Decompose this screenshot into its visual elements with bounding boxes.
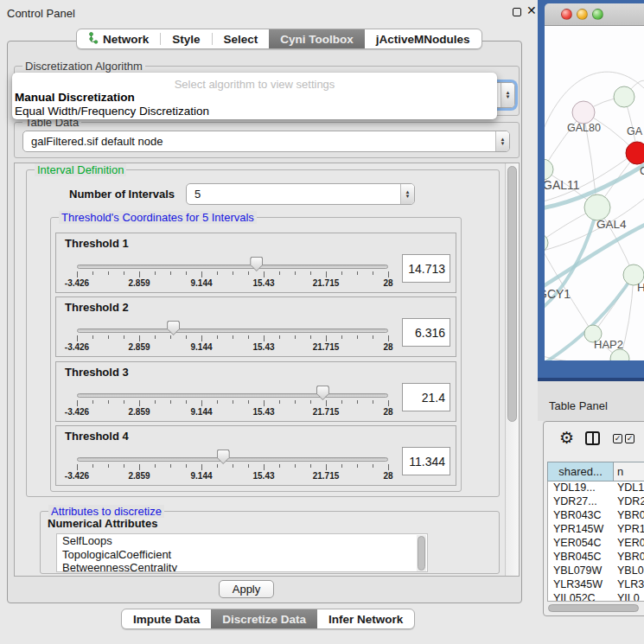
slider-ticks <box>77 271 388 278</box>
table-cell: YBR045C <box>548 551 614 564</box>
table-row[interactable]: YBR045CYBR0 <box>548 551 644 564</box>
column-header[interactable]: n <box>613 462 644 481</box>
checkbox-icon[interactable]: ✓ <box>613 434 622 443</box>
node-label: C <box>640 164 644 177</box>
attribute-list-item[interactable]: BetweennessCentrality <box>57 561 427 572</box>
num-intervals-combo[interactable]: 5 ▲▼ <box>186 183 415 205</box>
tick-label: -3.426 <box>65 342 89 352</box>
combo-stepper-icon[interactable]: ▲▼ <box>495 131 509 151</box>
tab-style[interactable]: Style <box>161 29 211 48</box>
tab-impute-data[interactable]: Impute Data <box>122 609 211 628</box>
numerical-attributes-label: Numerical Attributes <box>48 517 157 530</box>
tick-label: 15.43 <box>252 407 274 417</box>
threshold-label: Threshold 1 <box>65 237 129 250</box>
slider-ticks <box>77 335 388 342</box>
combo-stepper-icon[interactable]: ▲▼ <box>400 184 414 204</box>
node-label: GAL80 <box>567 122 601 134</box>
tab-discretize-data[interactable]: Discretize Data <box>211 609 317 628</box>
table-row[interactable]: YIL052CYIL0 <box>548 592 644 602</box>
network-node[interactable] <box>626 142 644 164</box>
slider-thumb[interactable] <box>167 321 180 335</box>
threshold-1-box: Threshold 1-3.4262.8599.14415.4321.71528 <box>55 233 456 293</box>
table-cell: YBR043C <box>548 509 614 523</box>
slider-track[interactable] <box>77 457 388 462</box>
tab-label: Infer Network <box>328 613 403 626</box>
table-row[interactable]: YBR043CYBR0 <box>548 509 644 523</box>
columns-icon[interactable] <box>585 431 600 445</box>
table-cell: YBL0 <box>614 564 644 578</box>
tab-label: jActiveMNodules <box>376 33 470 46</box>
network-node[interactable] <box>545 159 553 180</box>
column-header[interactable]: shared... <box>547 462 613 481</box>
popup-hint: Select algorithm to view settings <box>12 78 497 91</box>
table-data-combo[interactable]: galFiltered.sif default node ▲▼ <box>22 131 510 152</box>
threshold-label: Threshold 3 <box>65 366 129 379</box>
network-window-titlebar[interactable] <box>545 3 644 26</box>
table-cell: YPR145W <box>548 523 614 537</box>
network-node[interactable] <box>572 101 595 124</box>
close-traffic-light-icon[interactable] <box>561 9 572 20</box>
slider-thumb[interactable] <box>316 386 329 400</box>
threshold-value-field[interactable] <box>402 383 450 411</box>
tab-infer-network[interactable]: Infer Network <box>317 609 414 628</box>
slider-thumb[interactable] <box>217 450 230 464</box>
tick-label: 15.43 <box>252 342 274 352</box>
minimize-traffic-light-icon[interactable] <box>577 9 588 20</box>
table-row[interactable]: YBL079WYBL0 <box>548 564 644 578</box>
vertical-scrollbar-thumb[interactable] <box>507 166 517 422</box>
slider-track[interactable] <box>77 265 388 269</box>
combo-stepper-icon[interactable]: ▲▼ <box>501 83 514 107</box>
tab-jactivemnodules[interactable]: jActiveMNodules <box>365 29 481 48</box>
table-row[interactable]: YER054CYER0 <box>548 537 644 551</box>
popup-option-equal-width-frequency[interactable]: Equal Width/Frequency Discretization <box>15 105 209 118</box>
attribute-list-item[interactable]: SelfLoops <box>57 534 427 548</box>
list-scrollbar[interactable] <box>417 535 426 571</box>
num-intervals-label: Number of Intervals <box>69 188 175 201</box>
threshold-value-field[interactable] <box>402 318 450 347</box>
thresholds-group-label: Threshold's Coordinates for 5 Intervals <box>59 211 257 224</box>
attribute-list-item[interactable]: TopologicalCoefficient <box>57 548 427 562</box>
tab-cyni-toolbox[interactable]: Cyni Toolbox <box>269 29 365 48</box>
node-label: GAL4 <box>596 218 627 231</box>
zoom-traffic-light-icon[interactable] <box>592 9 603 20</box>
slider-thumb[interactable] <box>250 257 263 271</box>
threshold-value-field[interactable] <box>402 254 450 283</box>
network-node[interactable] <box>584 194 610 220</box>
table-cell: YDR2 <box>614 495 644 509</box>
gear-icon[interactable]: ⚙ <box>559 428 574 448</box>
threshold-3-box: Threshold 3-3.4262.8599.14415.4321.71528 <box>55 361 456 422</box>
table-cell: YDR27... <box>548 495 614 509</box>
popup-option-manual-discretization[interactable]: Manual Discretization <box>15 91 135 104</box>
tab-select[interactable]: Select <box>213 29 270 48</box>
slider-track[interactable] <box>77 328 388 333</box>
float-window-icon[interactable] <box>513 8 521 16</box>
table-cell: YIL052C <box>548 592 614 602</box>
table-row[interactable]: YDL19...YDL1 <box>548 481 644 495</box>
horizontal-scrollbar-thumb[interactable] <box>548 604 639 612</box>
tick-label: 2.859 <box>128 342 150 352</box>
tab-network[interactable]: Network <box>77 29 160 48</box>
table-panel-title: Table Panel <box>549 399 608 412</box>
network-canvas[interactable]: GAL80GAGAL11CGAL4GCY1HHAP2 <box>545 26 644 360</box>
apply-button[interactable]: Apply <box>219 580 274 598</box>
network-node[interactable] <box>614 86 634 107</box>
panel-title: Control Panel <box>7 7 75 20</box>
table-row[interactable]: YDR27...YDR2 <box>548 495 644 509</box>
attributes-list: SelfLoopsTopologicalCoefficientBetweenne… <box>56 533 428 572</box>
table-cell: YBL079W <box>548 564 614 578</box>
bottom-tab-bar: Impute DataDiscretize DataInfer Network <box>121 609 415 629</box>
vertical-scrollbar[interactable] <box>505 163 519 576</box>
threshold-value-field[interactable] <box>402 447 450 475</box>
table-row[interactable]: YPR145WYPR1 <box>548 523 644 537</box>
tick-label: 15.43 <box>252 471 274 481</box>
tick-label: 15.43 <box>252 278 274 288</box>
list-scrollbar-thumb[interactable] <box>418 536 425 571</box>
close-icon[interactable]: ✕ <box>526 3 537 17</box>
checkbox-icon[interactable]: ✓ <box>625 434 634 443</box>
tick-label: 2.859 <box>128 407 150 417</box>
table-row[interactable]: YLR345WYLR3 <box>548 578 644 592</box>
interval-definition-label: Interval Definition <box>35 163 126 176</box>
tick-label: 28 <box>383 471 392 481</box>
slider-ticks <box>77 400 388 407</box>
slider-track[interactable] <box>77 393 388 398</box>
